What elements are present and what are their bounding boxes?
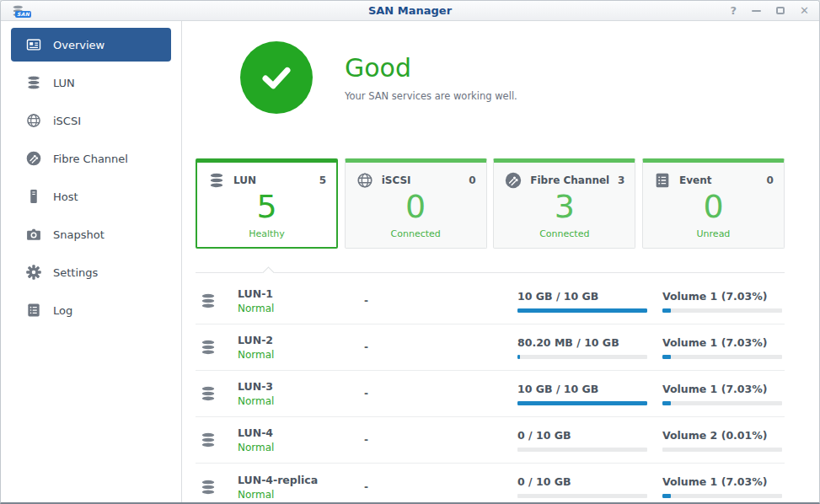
capacity-progress-bar bbox=[517, 448, 647, 452]
close-icon[interactable]: ✕ bbox=[800, 5, 809, 17]
capacity-progress-bar bbox=[517, 308, 647, 313]
card-value: 3 bbox=[494, 190, 635, 223]
sidebar-item-label: Settings bbox=[53, 266, 98, 279]
health-state: Good bbox=[345, 53, 517, 83]
globe-icon bbox=[25, 112, 42, 129]
card-value: 5 bbox=[197, 190, 336, 223]
card-label: iSCSI bbox=[382, 174, 411, 186]
sidebar-item-label: iSCSI bbox=[53, 115, 81, 127]
section-divider bbox=[196, 272, 785, 273]
summary-card-fibre-channel[interactable]: Fibre Channel 3 3 Connected bbox=[493, 158, 635, 249]
capacity-progress-bar bbox=[517, 401, 647, 405]
fibre-channel-icon bbox=[504, 171, 523, 190]
summary-card-lun[interactable]: LUN 5 5 Healthy bbox=[196, 158, 338, 249]
san-badge: SAN bbox=[15, 11, 31, 18]
volume-progress-bar bbox=[662, 355, 782, 359]
window-controls: ? ✕ bbox=[731, 5, 809, 17]
lun-status: Normal bbox=[238, 395, 364, 407]
sidebar-item-iscsi[interactable]: iSCSI bbox=[11, 104, 171, 137]
sidebar-item-host[interactable]: Host bbox=[11, 180, 171, 213]
lun-disk-icon bbox=[25, 74, 42, 91]
volume-progress-bar bbox=[662, 494, 782, 498]
lun-name: LUN-4 bbox=[238, 426, 364, 439]
card-value: 0 bbox=[643, 190, 784, 223]
lun-row-1[interactable]: LUN-1 Normal - 10 GB / 10 GB Volume 1 (7… bbox=[196, 278, 785, 324]
lun-row-3[interactable]: LUN-3 Normal - 10 GB / 10 GB Volume 1 (7… bbox=[196, 371, 785, 417]
lun-disk-icon bbox=[199, 292, 217, 310]
sidebar-item-label: Fibre Channel bbox=[53, 153, 128, 165]
health-status-section: Good Your SAN services are working well. bbox=[240, 41, 785, 114]
sidebar-item-fibre-channel[interactable]: Fibre Channel bbox=[11, 142, 171, 175]
fibre-channel-icon bbox=[25, 150, 42, 167]
lun-disk-icon bbox=[199, 338, 217, 357]
lun-disk-icon bbox=[207, 171, 226, 190]
lun-disk-icon bbox=[199, 478, 217, 496]
lun-capacity: 80.20 MB / 10 GB bbox=[517, 336, 662, 349]
health-status-text: Good Your SAN services are working well. bbox=[345, 53, 517, 102]
lun-row-2[interactable]: LUN-2 Normal - 80.20 MB / 10 GB Volume 1… bbox=[196, 324, 785, 371]
lun-volume: Volume 1 (7.03%) bbox=[662, 475, 785, 488]
sidebar-item-label: Log bbox=[53, 304, 72, 317]
summary-card-event[interactable]: Event 0 0 Unread bbox=[642, 158, 785, 249]
volume-progress-bar bbox=[662, 401, 782, 405]
app-body: Overview LUN bbox=[1, 21, 819, 502]
sidebar-item-settings[interactable]: Settings bbox=[11, 255, 171, 289]
card-label: Fibre Channel bbox=[530, 174, 609, 186]
volume-progress-bar bbox=[662, 448, 782, 452]
sidebar-item-label: LUN bbox=[53, 77, 75, 89]
card-caption: Connected bbox=[346, 228, 486, 239]
title-bar: SAN SAN Manager ? ✕ bbox=[1, 1, 819, 21]
capacity-progress-bar bbox=[517, 355, 647, 359]
lun-target: - bbox=[364, 434, 517, 446]
sidebar-item-snapshot[interactable]: Snapshot bbox=[11, 217, 171, 251]
capacity-progress-bar bbox=[517, 494, 647, 498]
lun-status: Normal bbox=[238, 442, 364, 453]
lun-capacity: 0 / 10 GB bbox=[517, 429, 662, 442]
globe-icon bbox=[356, 171, 374, 190]
card-label: LUN bbox=[233, 174, 256, 186]
maximize-icon[interactable] bbox=[776, 5, 785, 17]
sidebar-item-overview[interactable]: Overview bbox=[11, 28, 171, 62]
sidebar-item-lun[interactable]: LUN bbox=[11, 66, 171, 99]
lun-name: LUN-4-replica bbox=[238, 474, 364, 486]
lun-capacity: 10 GB / 10 GB bbox=[517, 290, 662, 303]
help-icon[interactable]: ? bbox=[731, 5, 737, 17]
sidebar-item-label: Snapshot bbox=[53, 228, 105, 241]
card-value: 0 bbox=[346, 190, 486, 223]
lun-name: LUN-1 bbox=[238, 287, 364, 300]
card-caption: Unread bbox=[643, 228, 784, 239]
sidebar-item-log[interactable]: Log bbox=[11, 293, 171, 327]
card-caption: Healthy bbox=[197, 228, 336, 239]
lun-capacity: 10 GB / 10 GB bbox=[517, 383, 662, 395]
lun-status: Normal bbox=[238, 349, 364, 361]
lun-volume: Volume 1 (7.03%) bbox=[662, 383, 785, 395]
minimize-icon[interactable] bbox=[752, 5, 761, 17]
summary-card-iscsi[interactable]: iSCSI 0 0 Connected bbox=[345, 158, 487, 249]
lun-name: LUN-2 bbox=[238, 334, 364, 346]
host-server-icon bbox=[25, 188, 42, 205]
lun-volume: Volume 2 (0.01%) bbox=[662, 429, 785, 442]
card-count-badge: 0 bbox=[469, 174, 475, 186]
event-list-icon bbox=[653, 171, 672, 190]
san-app-icon: SAN bbox=[11, 3, 29, 19]
lun-target: - bbox=[364, 341, 517, 353]
lun-volume: Volume 1 (7.03%) bbox=[662, 290, 785, 303]
card-count-badge: 5 bbox=[319, 174, 326, 186]
lun-disk-icon bbox=[199, 384, 217, 403]
lun-status: Normal bbox=[238, 303, 364, 314]
lun-status: Normal bbox=[238, 489, 364, 501]
lun-target: - bbox=[364, 388, 517, 399]
lun-list: LUN-1 Normal - 10 GB / 10 GB Volume 1 (7… bbox=[196, 273, 785, 502]
log-icon bbox=[25, 302, 42, 319]
camera-icon bbox=[25, 226, 42, 243]
lun-target: - bbox=[364, 295, 517, 307]
volume-progress-bar bbox=[662, 308, 782, 313]
card-caption: Connected bbox=[494, 228, 635, 239]
lun-disk-icon bbox=[199, 431, 217, 449]
lun-row-5[interactable]: LUN-4-replica Normal - 0 / 10 GB Volume … bbox=[196, 464, 785, 502]
lun-capacity: 0 / 10 GB bbox=[517, 475, 662, 488]
lun-row-4[interactable]: LUN-4 Normal - 0 / 10 GB Volume 2 (0.01%… bbox=[196, 417, 785, 464]
card-count-badge: 3 bbox=[618, 174, 624, 186]
card-count-badge: 0 bbox=[767, 174, 774, 186]
health-message: Your SAN services are working well. bbox=[345, 90, 517, 102]
